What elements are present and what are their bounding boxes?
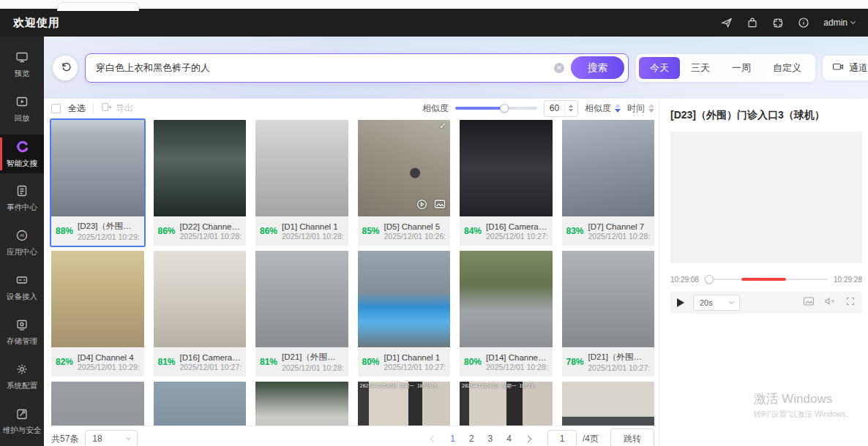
- plugin-puzzle-icon[interactable]: [772, 17, 784, 29]
- user-menu[interactable]: admin: [823, 18, 855, 28]
- result-card[interactable]: 80% [D1] Channel 1 2025/12/01 10:27:22: [356, 249, 452, 378]
- thumbnail-timestamp-osd: 2025年12月01日 星期一 10:29:: [462, 383, 551, 390]
- sidebar-item-system-config[interactable]: 系统配置: [0, 358, 44, 396]
- timeline-handle[interactable]: [705, 275, 714, 284]
- similarity-percent: 78%: [566, 357, 584, 367]
- page-jump: /4页 跳转: [547, 428, 654, 446]
- sidebar-item-event-center[interactable]: 事件中心: [0, 179, 44, 218]
- sidebar-item-preview[interactable]: 预览: [0, 45, 44, 84]
- capture-time: 2025/12/01 10:28:03: [282, 363, 343, 372]
- channel-button[interactable]: 通道: [823, 56, 868, 80]
- camera-name: [D1] Channel 1: [282, 222, 343, 231]
- result-card[interactable]: 86% [D22] Channel 22 2025/12/01 10:28:49: [152, 118, 248, 247]
- mute-speaker-icon[interactable]: [824, 296, 836, 309]
- sidebar-item-app-center[interactable]: AI 应用中心: [0, 224, 44, 262]
- channel-button-label: 通道: [849, 61, 868, 75]
- sidebar-item-maintenance-security[interactable]: 维护与安全: [0, 402, 44, 441]
- result-card[interactable]: 81% [D21]（外围）门诊... 2025/12/01 10:28:03: [254, 249, 350, 378]
- result-card[interactable]: 81% [D16] Camera 01 2025/12/01 10:27:22: [152, 249, 248, 378]
- result-card[interactable]: 84% [D16] Camera 01 2025/12/01 10:27:41: [458, 118, 554, 247]
- checkmark-icon[interactable]: ✓: [439, 121, 446, 131]
- undo-button[interactable]: [53, 56, 78, 80]
- similarity-percent: 81%: [158, 357, 176, 367]
- timeline-end-time: 10:29:28: [834, 276, 862, 284]
- page-jump-input[interactable]: [547, 430, 577, 446]
- timeline-track[interactable]: [705, 275, 828, 284]
- similarity-percent: 86%: [260, 226, 277, 236]
- search-button[interactable]: 搜索: [571, 56, 624, 79]
- snapshot-icon[interactable]: [803, 296, 815, 309]
- browser-tab[interactable]: [57, 2, 139, 11]
- result-thumbnail: 2025年12月01日 星期一 10:29:: [460, 382, 553, 426]
- result-card[interactable]: [561, 380, 656, 426]
- clip-length-select[interactable]: 20s: [693, 295, 740, 311]
- time-filter-three-days[interactable]: 三天: [680, 57, 721, 79]
- result-card[interactable]: [152, 380, 248, 426]
- page-number-1[interactable]: 1: [450, 434, 455, 444]
- device-access-icon: [15, 273, 29, 288]
- result-card[interactable]: 82% [D4] Channel 4 2025/12/01 10:29:01: [50, 249, 146, 378]
- page-number-4[interactable]: 4: [506, 434, 512, 444]
- result-thumbnail: [562, 120, 655, 216]
- result-card[interactable]: [50, 380, 146, 426]
- fullscreen-icon[interactable]: [845, 296, 856, 309]
- timeline-highlight-segment: [741, 278, 786, 281]
- result-card[interactable]: 86% [D1] Channel 1 2025/12/01 10:28:26: [254, 118, 350, 247]
- time-filter-custom[interactable]: 自定义: [762, 57, 812, 79]
- sidebar-item-label: 应用中心: [7, 247, 37, 257]
- result-card[interactable]: 2025年12月01日 星期一 10:28:5: [356, 380, 452, 426]
- result-card[interactable]: 2025年12月01日 星期一 10:29:: [458, 380, 554, 426]
- view-image-icon[interactable]: [434, 199, 446, 213]
- similarity-percent: 86%: [158, 226, 176, 236]
- capture-time: 2025/12/01 10:27:22: [384, 363, 446, 371]
- undo-icon: [59, 61, 71, 75]
- play-button[interactable]: [677, 298, 684, 307]
- sidebar-item-playback[interactable]: 回放: [0, 90, 44, 129]
- result-card[interactable]: [254, 380, 350, 426]
- stepper-down-icon[interactable]: [569, 109, 573, 112]
- time-filter-today[interactable]: 今天: [639, 57, 680, 79]
- result-card-hovered[interactable]: ✓ 85% [D5] Channel 5 2025/12/01 10:26:52: [356, 118, 452, 247]
- play-video-icon[interactable]: [416, 199, 427, 213]
- select-all-checkbox[interactable]: [51, 104, 61, 113]
- info-icon[interactable]: [798, 17, 809, 29]
- similarity-slider[interactable]: [455, 107, 537, 110]
- topbar: 欢迎使用 admin: [0, 9, 868, 37]
- result-thumbnail: [358, 251, 451, 347]
- search-input[interactable]: [96, 62, 547, 73]
- capture-time: 2025/12/01 10:29:18: [78, 233, 139, 241]
- page-size-select[interactable]: 18: [85, 430, 138, 446]
- result-card[interactable]: 78% [D21]（外围）门诊... 2025/12/01 10:27:23: [561, 249, 656, 378]
- result-thumbnail: [154, 382, 247, 426]
- camera-name: [D16] Camera 01: [486, 222, 547, 231]
- export-button[interactable]: 导出: [101, 102, 133, 115]
- result-card[interactable]: 80% [D14] Channel 14 2025/12/01 10:28:23: [458, 249, 554, 378]
- clear-search-icon[interactable]: ✕: [554, 63, 564, 73]
- save-bag-icon[interactable]: [747, 17, 758, 29]
- sidebar-item-storage[interactable]: 存储管理: [0, 313, 44, 352]
- time-filter-week[interactable]: 一周: [721, 57, 762, 79]
- similarity-stepper[interactable]: [564, 101, 577, 116]
- page-number-3[interactable]: 3: [488, 434, 493, 444]
- sidebar-item-device-access[interactable]: 设备接入: [0, 268, 44, 307]
- player-controls: 20s: [670, 292, 862, 314]
- sidebar-item-smart-text-search[interactable]: 智能文搜: [0, 135, 44, 173]
- stepper-up-icon[interactable]: [569, 105, 573, 107]
- result-card[interactable]: 88% [D23]（外围）门诊... 2025/12/01 10:29:18: [50, 118, 146, 247]
- prev-page-icon[interactable]: [430, 435, 438, 442]
- playback-camera-title: [D23]（外围）门诊入口3（球机）: [670, 109, 862, 122]
- result-card[interactable]: 83% [D7] Channel 7 2025/12/01 10:28:51: [561, 118, 656, 247]
- username: admin: [823, 18, 848, 28]
- search-box: ✕ 搜索: [85, 53, 629, 83]
- similarity-value-input[interactable]: [545, 103, 564, 113]
- jump-button[interactable]: 跳转: [610, 428, 654, 446]
- similarity-percent: 83%: [566, 226, 584, 236]
- sort-by-time[interactable]: 时间: [627, 102, 654, 115]
- send-icon[interactable]: [721, 17, 733, 29]
- total-count: 共57条: [51, 433, 78, 445]
- sort-by-similarity[interactable]: 相似度: [585, 102, 621, 115]
- camera-name: [D16] Camera 01: [180, 353, 242, 362]
- page-number-2[interactable]: 2: [469, 434, 474, 444]
- next-page-icon[interactable]: [525, 435, 532, 442]
- similarity-slider-handle[interactable]: [500, 104, 509, 113]
